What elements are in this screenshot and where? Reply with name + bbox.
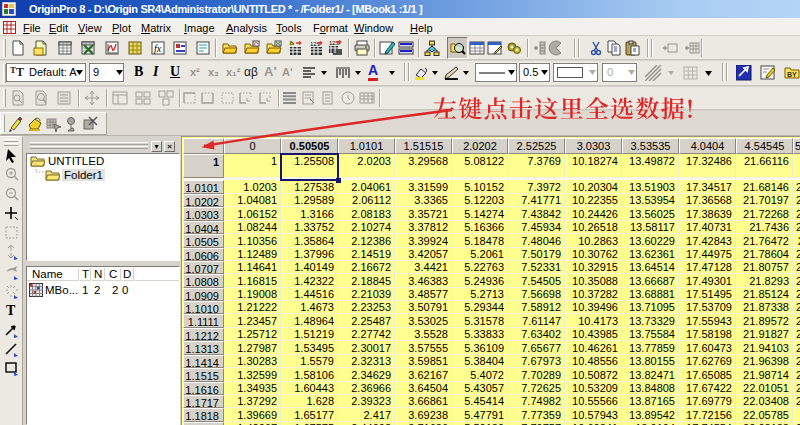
- svg-text:123: 123: [310, 41, 321, 47]
- svg-text:fx: fx: [154, 43, 162, 54]
- svg-text:BY: BY: [787, 71, 797, 78]
- svg-text:123: 123: [329, 40, 340, 46]
- svg-text:T: T: [6, 303, 16, 318]
